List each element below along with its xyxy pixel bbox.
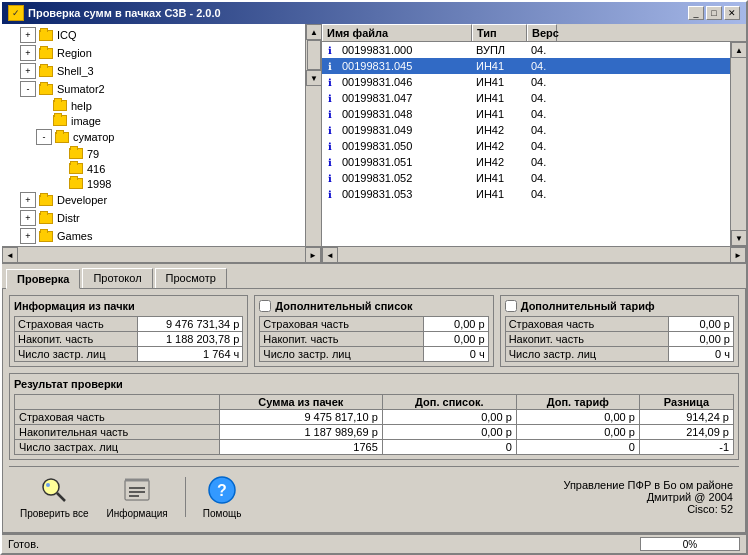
- tree-item-games[interactable]: + Games: [4, 227, 303, 245]
- tree-scroll-down[interactable]: ▼: [306, 70, 321, 86]
- file-scroll-left[interactable]: ◄: [322, 247, 338, 262]
- tree-container[interactable]: + ICQ + Region + Shell_3: [2, 24, 305, 246]
- tree-scroll-up[interactable]: ▲: [306, 24, 321, 40]
- help-button[interactable]: ? Помощь: [198, 471, 247, 522]
- result-title: Результат проверки: [14, 378, 734, 390]
- info-row-1-0: Страховая часть 9 476 731,34 р: [15, 317, 243, 332]
- tree-item-distr[interactable]: + Distr: [4, 209, 303, 227]
- bottom-section: Проверка Протокол Просмотр Информация из…: [2, 262, 746, 533]
- file-icon-0: ℹ: [322, 44, 338, 57]
- folder-icon-developer: [38, 194, 54, 207]
- result-header-row: Сумма из пачек Доп. список. Доп. тариф Р…: [15, 395, 734, 410]
- tree-item-shell3[interactable]: + Shell_3: [4, 62, 303, 80]
- maximize-button[interactable]: □: [706, 6, 722, 20]
- file-row-9[interactable]: ℹ 00199831.053 ИН41 04.: [322, 186, 730, 202]
- file-row-3[interactable]: ℹ 00199831.047 ИН41 04.: [322, 90, 730, 106]
- file-icon-8: ℹ: [322, 172, 338, 185]
- help-label: Помощь: [203, 508, 242, 519]
- info-value-1-2: 1 764 ч: [138, 347, 243, 362]
- tree-scroll-left[interactable]: ◄: [2, 247, 18, 262]
- info-label-1-2: Число застр. лиц: [15, 347, 138, 362]
- result-row-1: Накопительная часть 1 187 989,69 р 0,00 …: [15, 425, 734, 440]
- minimize-button[interactable]: _: [688, 6, 704, 20]
- file-scroll-right[interactable]: ►: [730, 247, 746, 262]
- tab-view[interactable]: Просмотр: [155, 268, 227, 288]
- info-icon: [121, 474, 153, 506]
- toolbar-right-text3: Cisco: 52: [563, 503, 733, 515]
- question-icon: ?: [206, 474, 238, 506]
- file-row-7[interactable]: ℹ 00199831.051 ИН42 04.: [322, 154, 730, 170]
- tree-toggle-sumator2[interactable]: -: [20, 81, 36, 97]
- file-list-vscroll[interactable]: ▲ ▼: [730, 42, 746, 246]
- tree-item-1998[interactable]: 1998: [4, 176, 303, 191]
- close-button[interactable]: ✕: [724, 6, 740, 20]
- col-header-ver[interactable]: Верс: [527, 24, 557, 41]
- tree-toggle-games[interactable]: +: [20, 228, 36, 244]
- info-label-1-0: Страховая часть: [15, 317, 138, 332]
- check-all-button[interactable]: Проверить все: [15, 471, 94, 522]
- file-ver-2: 04.: [527, 75, 557, 89]
- file-row-5[interactable]: ℹ 00199831.049 ИН42 04.: [322, 122, 730, 138]
- toolbar-right-text2: Дмитрий @ 2004: [563, 491, 733, 503]
- info-panel-additional-tariff: Дополнительный тариф Страховая часть 0,0…: [500, 295, 739, 367]
- file-type-6: ИН42: [472, 139, 527, 153]
- tree-toggle-sumator-sub[interactable]: -: [36, 129, 52, 145]
- tree-toggle-distr[interactable]: +: [20, 210, 36, 226]
- tab-check[interactable]: Проверка: [6, 269, 80, 289]
- result-row-0-col4: 914,24 р: [639, 410, 733, 425]
- tree-toggle-developer[interactable]: +: [20, 192, 36, 208]
- tree-item-sumator2[interactable]: - Sumator2: [4, 80, 303, 98]
- file-row-4[interactable]: ℹ 00199831.048 ИН41 04.: [322, 106, 730, 122]
- result-col-4: Разница: [639, 395, 733, 410]
- title-bar: ✓ Проверка сумм в пачках С3В - 2.0.0 _ □…: [2, 2, 746, 24]
- file-row-1[interactable]: ℹ 00199831.045 ИН41 04.: [322, 58, 730, 74]
- folder-icon-image: [52, 114, 68, 127]
- tree-item-help[interactable]: help: [4, 98, 303, 113]
- tree-scroll-right[interactable]: ►: [305, 247, 321, 262]
- tab-protocol[interactable]: Протокол: [82, 268, 152, 288]
- file-scroll-up[interactable]: ▲: [731, 42, 746, 58]
- svg-line-1: [57, 493, 65, 501]
- tree-item-region[interactable]: + Region: [4, 44, 303, 62]
- file-type-0: ВУПЛ: [472, 43, 527, 57]
- info-value-1-0: 9 476 731,34 р: [138, 317, 243, 332]
- tree-toggle-region[interactable]: +: [20, 45, 36, 61]
- col-header-type[interactable]: Тип: [472, 24, 527, 41]
- tree-hscroll[interactable]: ◄ ►: [2, 246, 321, 262]
- file-icon-5: ℹ: [322, 124, 338, 137]
- tree-item-416[interactable]: 416: [4, 161, 303, 176]
- additional-list-checkbox[interactable]: [259, 300, 271, 312]
- tree-label-shell3: Shell_3: [57, 65, 94, 77]
- file-list-header: Имя файла Тип Верс: [322, 24, 746, 42]
- file-row-0[interactable]: ℹ 00199831.000 ВУПЛ 04.: [322, 42, 730, 58]
- file-type-8: ИН41: [472, 171, 527, 185]
- tree-item-79[interactable]: 79: [4, 146, 303, 161]
- file-row-8[interactable]: ℹ 00199831.052 ИН41 04.: [322, 170, 730, 186]
- file-name-0: 00199831.000: [338, 43, 472, 57]
- file-type-1: ИН41: [472, 59, 527, 73]
- tree-label-icq: ICQ: [57, 29, 77, 41]
- tree-label-image: image: [71, 115, 101, 127]
- info-label-3-1: Накопит. часть: [505, 332, 668, 347]
- file-hscroll[interactable]: ◄ ►: [322, 246, 746, 262]
- folder-icon-sumator-sub: [54, 131, 70, 144]
- result-row-0: Страховая часть 9 475 817,10 р 0,00 р 0,…: [15, 410, 734, 425]
- file-row-2[interactable]: ℹ 00199831.046 ИН41 04.: [322, 74, 730, 90]
- file-ver-0: 04.: [527, 43, 557, 57]
- tree-toggle-icq[interactable]: +: [20, 27, 36, 43]
- file-list-body[interactable]: ℹ 00199831.000 ВУПЛ 04. ℹ 00199831.045 И…: [322, 42, 730, 246]
- info-panel-additional-list: Дополнительный список Страховая часть 0,…: [254, 295, 493, 367]
- file-scroll-down[interactable]: ▼: [731, 230, 746, 246]
- tree-item-image[interactable]: image: [4, 113, 303, 128]
- tree-item-sumator-sub[interactable]: - суматор: [4, 128, 303, 146]
- tab-content: Информация из пачки Страховая часть 9 47…: [2, 288, 746, 533]
- tree-toggle-shell3[interactable]: +: [20, 63, 36, 79]
- tree-vscroll[interactable]: ▲ ▼: [305, 24, 321, 246]
- additional-tariff-checkbox[interactable]: [505, 300, 517, 312]
- tree-item-developer[interactable]: + Developer: [4, 191, 303, 209]
- col-header-name[interactable]: Имя файла: [322, 24, 472, 41]
- file-row-6[interactable]: ℹ 00199831.050 ИН42 04.: [322, 138, 730, 154]
- tree-item-icq[interactable]: + ICQ: [4, 26, 303, 44]
- info-row-3-0: Страховая часть 0,00 р: [505, 317, 733, 332]
- info-button[interactable]: Информация: [102, 471, 173, 522]
